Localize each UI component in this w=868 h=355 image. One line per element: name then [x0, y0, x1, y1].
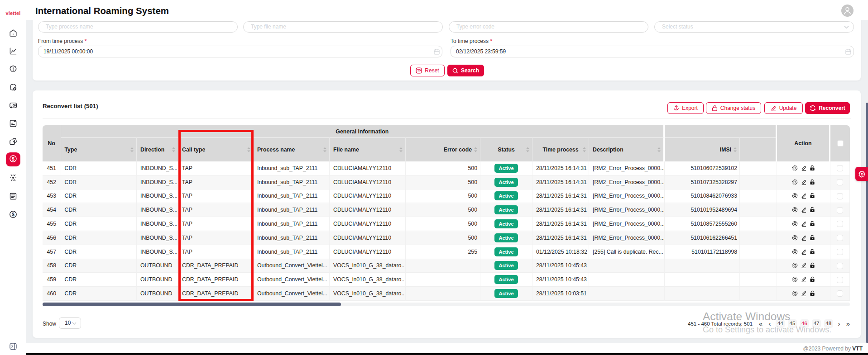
svg-text:$: $ [12, 156, 14, 161]
svg-text:$: $ [12, 211, 14, 217]
